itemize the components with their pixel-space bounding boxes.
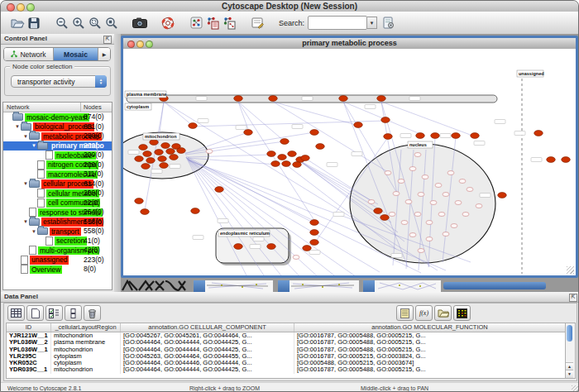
table-cell[interactable]: [GO:0016787, GO:0005488, GO:0005215, G..… [294,366,566,373]
window-resize-grip[interactable] [567,266,574,274]
tab-mosaic[interactable]: Mosaic [54,48,98,60]
node[interactable] [534,131,543,136]
node[interactable] [393,192,400,196]
node[interactable] [158,156,167,162]
color-attribute-select[interactable]: transporter activity ▲▼ [11,75,107,88]
tree-expand-icon[interactable]: ▼ [22,181,29,186]
tree-expand-icon[interactable]: ▼ [22,134,29,139]
node[interactable] [562,157,571,163]
node[interactable] [398,179,404,184]
table-cell[interactable]: plasma membrane [51,339,121,346]
table-cell[interactable]: mitochondrion [51,347,121,353]
select-attributes-icon[interactable] [45,305,63,321]
node[interactable] [234,96,243,102]
node[interactable] [141,209,150,215]
table-cell[interactable]: YKR052C [7,360,51,366]
column-header[interactable]: _cellularLayoutRegion [51,323,121,332]
node[interactable] [452,133,461,139]
tree-row[interactable]: response to stimulu264(0) [3,208,112,218]
node[interactable] [271,161,280,167]
tree-expand-icon[interactable]: ▼ [14,124,21,129]
node[interactable] [215,187,224,193]
node[interactable] [418,249,424,253]
app-resize-grip[interactable] [572,385,579,392]
node[interactable] [143,151,152,157]
table-cell[interactable]: [GO:0045267, GO:0045261, GO:0044464, G..… [121,332,294,339]
attribute-matrix-icon[interactable] [453,305,471,321]
node[interactable] [430,201,437,205]
node[interactable] [161,143,170,149]
split-divider[interactable] [114,34,121,292]
tree-row[interactable]: ▼primary metabo209(... [3,141,112,151]
import-network-icon[interactable] [204,15,221,31]
tree-row[interactable]: macromolecule311(0) [3,170,112,179]
annotation-icon[interactable] [249,15,266,31]
node[interactable] [155,150,164,155]
tree-row[interactable]: nitrogen compo209(0) [3,160,112,170]
node[interactable] [141,164,151,170]
node[interactable] [467,188,473,192]
node[interactable] [234,244,243,250]
tree-expand-icon[interactable]: ▼ [31,143,37,148]
table-cell[interactable]: [GO:0016787, GO:0005488, GO:0005215, G..… [294,339,566,346]
float-panel-icon[interactable]: ⇱ [103,36,112,44]
table-cell[interactable]: mitochondrion [51,332,121,339]
tab-overflow-icon[interactable]: ▶ [98,48,110,60]
node[interactable] [451,224,457,228]
column-header[interactable]: annotation.GO MOLECULAR_FUNCTION [294,323,566,332]
table-cell[interactable]: [GO:0044464, GO:0044444, GO:0044425, G..… [121,347,294,353]
node[interactable] [389,213,395,217]
node[interactable] [288,151,297,157]
node[interactable] [166,149,175,155]
node[interactable] [354,122,363,128]
scroll-down-icon[interactable]: ▼ [566,370,573,378]
table-row[interactable]: YKR052Ccytoplasm[GO:0044464, GO:0044446,… [7,360,566,366]
table-cell[interactable]: [GO:0016787, GO:0005488, GO:0005215, G..… [294,347,566,353]
node[interactable] [177,148,186,154]
unselect-attributes-icon[interactable] [65,305,82,321]
table-cell[interactable]: YDR039C__1 [7,366,51,373]
delete-attribute-icon[interactable] [84,305,101,321]
table-row[interactable]: YDR039C__1mitochondrion[GO:0044464, GO:0… [7,366,566,373]
node[interactable] [409,233,416,237]
node[interactable] [139,145,148,151]
scrollbar-thumb[interactable] [567,325,572,342]
tree-row[interactable]: secretion41(0) [3,237,112,246]
tree-row[interactable]: Overview8(0) [3,265,112,275]
tree-row[interactable]: unassigned223(0) [3,256,112,265]
tree-row[interactable]: ▼transport558(0) [3,227,112,237]
node[interactable] [310,130,319,136]
node[interactable] [191,208,200,214]
node[interactable] [547,157,556,163]
node[interactable] [170,155,179,160]
zoom-selected-icon[interactable] [87,15,103,31]
node[interactable] [471,133,480,139]
node[interactable] [244,130,253,136]
node[interactable] [455,201,462,205]
node[interactable] [282,161,291,167]
table-cell[interactable]: [GO:0016787, GO:0005215, GO:0003824, G..… [294,353,566,360]
node[interactable] [316,144,325,150]
node[interactable] [339,96,348,102]
node[interactable] [303,246,312,251]
table-cell[interactable]: [GO:0045263, GO:0044464, GO:0044455, G..… [121,353,294,360]
attribute-list-icon[interactable] [396,305,414,321]
node[interactable] [447,171,454,175]
table-row[interactable]: YLR295Ccytoplasm[GO:0045263, GO:0044464,… [7,353,566,360]
table-scrollbar[interactable]: ▲ ▼ [565,323,576,379]
node[interactable] [443,193,449,197]
node[interactable] [409,167,416,171]
minimized-logo-art[interactable] [121,279,189,292]
node[interactable] [405,200,412,204]
table-cell[interactable]: [GO:0005488, GO:0005215, GO:0003674] [294,360,566,366]
node[interactable] [384,134,393,140]
tree-row[interactable]: cellular metabol209(0) [3,189,112,198]
table-cell[interactable]: [GO:0016787, GO:0005488, GO:0005215, G..… [294,332,566,339]
tree-row[interactable]: ▼metabolic process280(0) [3,131,112,141]
zoom-out-icon[interactable] [54,15,70,31]
table-cell[interactable]: mitochondrion [51,366,121,373]
attribute-table-icon[interactable] [7,305,25,321]
node[interactable] [426,221,433,225]
table-cell[interactable]: [GO:0044464, GO:0044444, GO:0044425, G..… [121,339,294,346]
search-config-icon[interactable] [380,15,397,31]
